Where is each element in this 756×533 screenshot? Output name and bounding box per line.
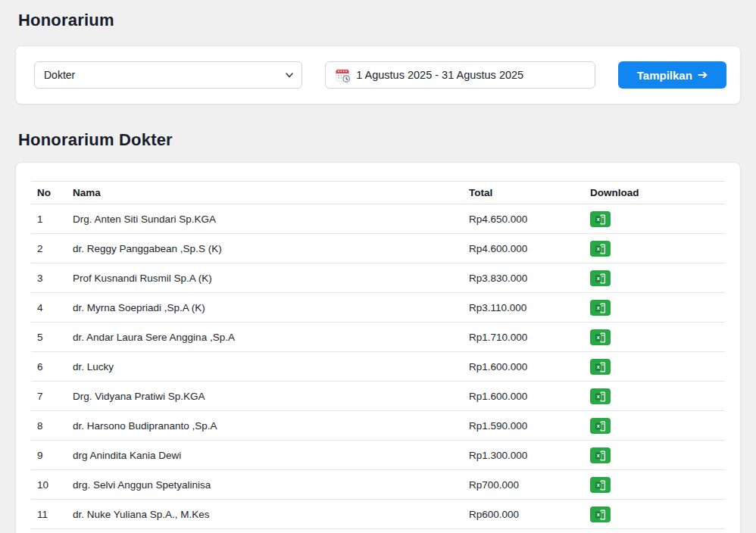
download-excel-button[interactable]: x: [590, 211, 611, 227]
column-header-total: Total: [463, 182, 584, 204]
row-number: 7: [31, 382, 67, 411]
download-excel-button[interactable]: x: [590, 241, 611, 257]
row-doctor-name: drg. Selvi Anggun Spetyalinisa: [67, 470, 463, 500]
row-total-amount: Rp1.590.000: [463, 411, 584, 441]
table-body: 1 Drg. Anten Siti Sundari Sp.KGA Rp4.650…: [31, 204, 725, 533]
date-range-input[interactable]: 1 Agustus 2025 - 31 Agustus 2025: [325, 61, 595, 89]
table-header-row: No Nama Total Download: [31, 182, 725, 204]
row-total-amount: Rp4.650.000: [463, 204, 584, 234]
svg-text:x: x: [597, 245, 600, 252]
row-total-amount: Rp1.710.000: [463, 323, 584, 352]
row-total-amount: Rp1.300.000: [463, 441, 584, 470]
svg-text:x: x: [597, 482, 600, 488]
download-excel-button[interactable]: x: [590, 418, 611, 434]
excel-file-icon: x: [595, 273, 606, 284]
row-number: 9: [31, 441, 67, 470]
svg-text:x: x: [597, 511, 600, 518]
date-range-value: 1 Agustus 2025 - 31 Agustus 2025: [356, 69, 523, 81]
excel-file-icon: x: [595, 450, 606, 461]
row-total-amount: Rp600.000: [463, 500, 584, 529]
row-doctor-name: dr. Reggy Panggabean ,Sp.S (K): [67, 234, 463, 263]
excel-file-icon: x: [595, 332, 606, 343]
honorarium-table: No Nama Total Download 1 Drg. Anten Siti…: [31, 181, 725, 533]
row-doctor-name: Drg. Anten Siti Sundari Sp.KGA: [67, 204, 463, 234]
svg-text:x: x: [597, 334, 600, 341]
table-row: 12 dr. Aristia Wulandari Rp450.000 x: [31, 529, 725, 533]
download-excel-button[interactable]: x: [590, 477, 611, 493]
svg-text:x: x: [597, 363, 600, 370]
svg-text:x: x: [597, 275, 600, 282]
row-doctor-name: dr. Aristia Wulandari: [67, 529, 463, 533]
row-number: 6: [31, 352, 67, 382]
category-select-wrap: Dokter: [34, 61, 302, 89]
table-row: 6 dr. Lucky Rp1.600.000 x: [31, 352, 725, 382]
download-excel-button[interactable]: x: [590, 359, 611, 375]
row-total-amount: Rp3.110.000: [463, 293, 584, 323]
download-excel-button[interactable]: x: [590, 388, 611, 404]
calendar-clock-icon: [335, 67, 351, 83]
table-row: 5 dr. Andar Laura Sere Anggina ,Sp.A Rp1…: [31, 323, 725, 352]
row-number: 5: [31, 323, 67, 352]
excel-file-icon: x: [595, 214, 606, 225]
row-doctor-name: dr. Harsono Budiprananto ,Sp.A: [67, 411, 463, 441]
arrow-right-icon: ➔: [698, 69, 708, 81]
row-number: 10: [31, 470, 67, 500]
excel-file-icon: x: [595, 510, 606, 520]
row-total-amount: Rp450.000: [463, 529, 584, 533]
honorarium-table-card: No Nama Total Download 1 Drg. Anten Siti…: [15, 162, 741, 533]
row-number: 4: [31, 293, 67, 323]
svg-text:x: x: [597, 393, 600, 400]
category-select[interactable]: Dokter: [34, 61, 302, 89]
excel-file-icon: x: [595, 362, 606, 372]
row-number: 12: [31, 529, 67, 533]
excel-file-icon: x: [595, 480, 606, 491]
section-title: Honorarium Dokter: [18, 130, 738, 150]
table-row: 1 Drg. Anten Siti Sundari Sp.KGA Rp4.650…: [31, 204, 725, 234]
table-row: 8 dr. Harsono Budiprananto ,Sp.A Rp1.590…: [31, 411, 725, 441]
filter-bar: Dokter 1 Agustus 2: [15, 45, 741, 104]
excel-file-icon: x: [595, 421, 606, 432]
row-total-amount: Rp700.000: [463, 470, 584, 500]
column-header-no: No: [31, 182, 67, 204]
row-doctor-name: dr. Andar Laura Sere Anggina ,Sp.A: [67, 323, 463, 352]
row-number: 1: [31, 204, 67, 234]
row-number: 11: [31, 500, 67, 529]
table-row: 10 drg. Selvi Anggun Spetyalinisa Rp700.…: [31, 470, 725, 500]
row-number: 8: [31, 411, 67, 441]
row-doctor-name: dr. Lucky: [67, 352, 463, 382]
row-total-amount: Rp4.600.000: [463, 234, 584, 263]
table-row: 2 dr. Reggy Panggabean ,Sp.S (K) Rp4.600…: [31, 234, 725, 263]
page-container: Honorarium Dokter: [0, 0, 756, 533]
row-total-amount: Rp1.600.000: [463, 382, 584, 411]
row-total-amount: Rp3.830.000: [463, 263, 584, 293]
row-number: 2: [31, 234, 67, 263]
row-doctor-name: drg Anindita Kania Dewi: [67, 441, 463, 470]
download-excel-button[interactable]: x: [590, 329, 611, 345]
download-excel-button[interactable]: x: [590, 507, 611, 522]
table-row: 4 dr. Myrna Soepriadi ,Sp.A (K) Rp3.110.…: [31, 293, 725, 323]
excel-file-icon: x: [595, 391, 606, 402]
column-header-download: Download: [584, 182, 725, 204]
row-doctor-name: dr. Nuke Yuliana Sp.A., M.Kes: [67, 500, 463, 529]
table-row: 3 Prof Kusnandi Rusmil Sp.A (K) Rp3.830.…: [31, 263, 725, 293]
table-row: 11 dr. Nuke Yuliana Sp.A., M.Kes Rp600.0…: [31, 500, 725, 529]
download-excel-button[interactable]: x: [590, 270, 611, 286]
tampilkan-button[interactable]: Tampilkan ➔: [618, 61, 726, 89]
download-excel-button[interactable]: x: [590, 300, 611, 316]
excel-file-icon: x: [595, 244, 606, 254]
svg-text:x: x: [597, 216, 600, 223]
tampilkan-button-label: Tampilkan: [637, 69, 692, 82]
column-header-nama: Nama: [67, 182, 463, 204]
excel-file-icon: x: [595, 303, 606, 313]
table-row: 9 drg Anindita Kania Dewi Rp1.300.000 x: [31, 441, 725, 470]
row-doctor-name: Prof Kusnandi Rusmil Sp.A (K): [67, 263, 463, 293]
svg-text:x: x: [597, 422, 600, 429]
row-number: 3: [31, 263, 67, 293]
row-total-amount: Rp1.600.000: [463, 352, 584, 382]
row-doctor-name: dr. Myrna Soepriadi ,Sp.A (K): [67, 293, 463, 323]
download-excel-button[interactable]: x: [590, 447, 611, 463]
row-doctor-name: Drg. Vidyana Pratiwi Sp.KGA: [67, 382, 463, 411]
svg-text:x: x: [597, 452, 600, 459]
svg-text:x: x: [597, 304, 600, 311]
page-title: Honorarium: [18, 11, 738, 30]
